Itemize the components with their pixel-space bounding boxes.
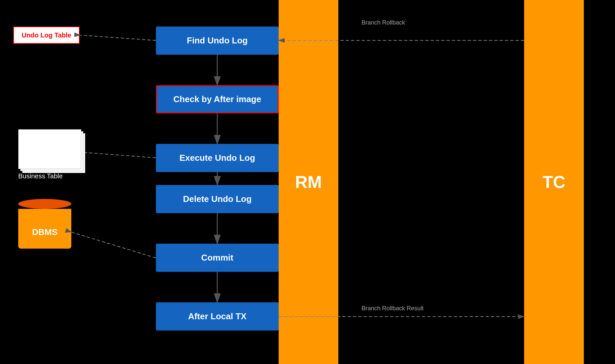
dbms-label: DBMS xyxy=(18,227,71,237)
undo-log-table: Undo Log Table xyxy=(13,27,80,44)
delete-undo-log-box: Delete Undo Log xyxy=(156,185,279,213)
rm-label: RM xyxy=(295,172,322,192)
diagram-container: RM TC Find Undo Log Check by After image… xyxy=(0,0,615,364)
tc-label: TC xyxy=(542,172,565,192)
tc-column: TC xyxy=(524,0,584,364)
dbms-cylinder: DBMS xyxy=(18,199,71,249)
undo-log-table-arrow xyxy=(80,35,156,40)
branch-rollback-label: Branch Rollback xyxy=(362,19,405,26)
commit-box: Commit xyxy=(156,244,279,272)
after-local-tx-box: After Local TX xyxy=(156,302,279,331)
paper-front xyxy=(18,129,81,169)
rm-column: RM xyxy=(279,0,338,364)
cylinder-body: DBMS xyxy=(18,209,71,249)
execute-undo-log-box: Execute Undo Log xyxy=(156,144,279,172)
business-table-arrow xyxy=(85,152,156,158)
branch-rollback-result-label: Branch Rollback Result xyxy=(362,305,424,312)
cylinder-shape: DBMS xyxy=(18,199,71,249)
cylinder-top xyxy=(18,199,71,209)
check-by-after-image-box: Check by After image xyxy=(156,85,279,113)
dbms-arrow xyxy=(71,232,156,258)
find-undo-log-box: Find Undo Log xyxy=(156,27,279,55)
